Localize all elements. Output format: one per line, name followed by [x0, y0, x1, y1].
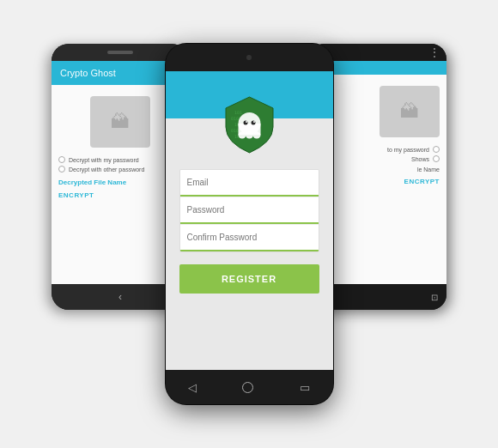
svg-point-11 [251, 121, 255, 125]
svg-point-7 [238, 132, 246, 139]
svg-point-9 [252, 132, 260, 139]
center-bottom-bezel: ◁ ▭ [166, 370, 333, 404]
password-input[interactable] [180, 197, 319, 224]
email-field-wrap [180, 170, 319, 197]
left-encrypt-button[interactable]: ENCRYPT [58, 191, 94, 199]
right-nav-icon[interactable]: ⊡ [431, 293, 438, 302]
phones-container: Crypto Ghost 🏔 Decrypt with my password … [77, 18, 421, 430]
center-top-bezel [166, 44, 333, 71]
register-button[interactable]: REGISTER [179, 264, 319, 294]
radio-2-label: Decrypt with other password [69, 166, 144, 173]
back-icon[interactable]: ‹ [118, 291, 122, 303]
left-phone-image: 🏔 [90, 96, 150, 148]
svg-point-13 [253, 121, 255, 123]
right-radio-option-2: Shows [316, 155, 440, 162]
center-phone: 101 01010 101 01010 101 [166, 44, 333, 404]
recents-nav-icon[interactable]: ▭ [300, 381, 310, 394]
confirm-password-field-wrap [180, 225, 319, 251]
back-nav-icon[interactable]: ◁ [188, 381, 197, 394]
right-radio-2[interactable] [433, 155, 440, 162]
svg-text:101: 101 [234, 110, 242, 115]
right-radio-1-label: to my password [387, 147, 429, 153]
right-image-icon: 🏔 [400, 100, 419, 123]
right-radio-2-label: Shows [411, 156, 429, 162]
right-name-label: le Name [417, 166, 440, 173]
center-screen-content: 101 01010 101 01010 101 [166, 118, 333, 370]
home-nav-icon[interactable] [242, 382, 253, 393]
radio-2[interactable] [58, 166, 65, 173]
left-radio-option-1: Decrypt with my password [58, 156, 182, 163]
left-phone-title: Crypto Ghost [60, 68, 116, 78]
center-screen: 101 01010 101 01010 101 [166, 71, 333, 370]
camera-icon [246, 55, 252, 60]
left-decrypted-label: Decrypted File Name [58, 179, 126, 186]
ghost-logo: 101 01010 101 01010 101 [217, 93, 282, 157]
menu-dots-icon[interactable]: ⋮ [429, 46, 440, 58]
image-icon: 🏔 [111, 111, 130, 133]
right-encrypt-button[interactable]: ENCRYPT [404, 178, 440, 185]
email-input[interactable] [180, 170, 319, 197]
right-radio-1[interactable] [433, 146, 440, 153]
svg-point-8 [246, 132, 253, 139]
left-radio-option-2: Decrypt with other password [58, 166, 182, 173]
radio-1-label: Decrypt with my password [69, 157, 139, 163]
radio-1[interactable] [58, 156, 65, 163]
svg-point-10 [243, 121, 247, 125]
password-field-wrap [180, 197, 319, 225]
right-radio-option-1: to my password [316, 146, 440, 153]
form-fields [179, 169, 319, 252]
svg-point-12 [246, 121, 247, 123]
left-speaker [107, 51, 133, 54]
confirm-password-input[interactable] [180, 225, 319, 251]
right-phone-image: 🏔 [380, 86, 440, 137]
